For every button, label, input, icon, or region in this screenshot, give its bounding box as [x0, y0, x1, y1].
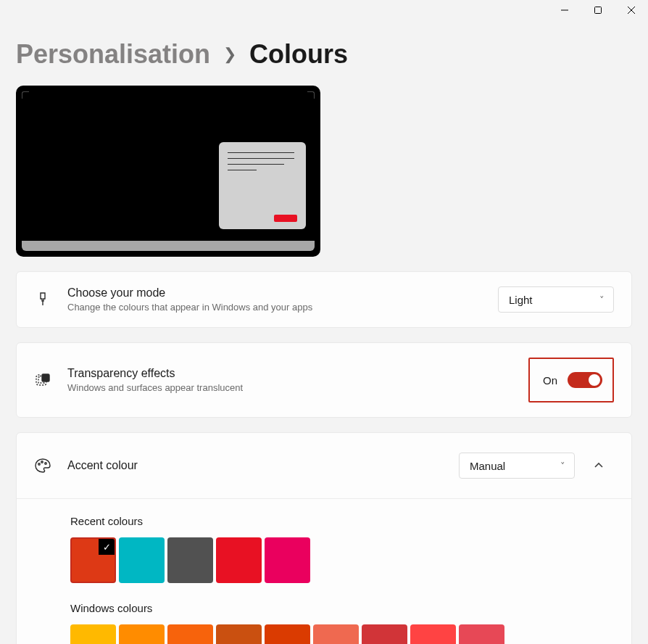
recent-colours-label: Recent colours [70, 515, 614, 527]
recent-colour-swatch[interactable] [216, 537, 262, 583]
windows-colour-swatch[interactable] [216, 624, 262, 644]
recent-colour-swatch[interactable] [167, 537, 213, 583]
windows-colour-swatch[interactable] [410, 624, 456, 644]
windows-colour-swatch[interactable] [265, 624, 310, 644]
breadcrumb-parent[interactable]: Personalisation [16, 39, 210, 70]
svg-rect-1 [595, 7, 602, 14]
mode-title: Choose your mode [67, 286, 498, 300]
close-icon [627, 6, 636, 15]
transparency-title: Transparency effects [67, 367, 528, 380]
transparency-subtitle: Windows and surfaces appear translucent [67, 382, 528, 393]
windows-colour-swatch[interactable] [70, 624, 116, 644]
desktop-preview [16, 86, 320, 257]
windows-colour-swatch[interactable] [313, 624, 359, 644]
chevron-down-icon: ˅ [560, 461, 565, 471]
transparency-icon [34, 371, 51, 389]
breadcrumb-current: Colours [249, 39, 348, 70]
recent-colours: ✓ [70, 537, 614, 583]
maximize-icon [594, 6, 602, 15]
breadcrumb: Personalisation ❯ Colours [16, 39, 632, 70]
checkmark-icon: ✓ [99, 539, 115, 555]
close-button[interactable] [615, 0, 648, 20]
mode-subtitle: Change the colours that appear in Window… [67, 302, 498, 313]
minimize-icon [560, 6, 569, 15]
chevron-right-icon: ❯ [223, 45, 236, 64]
minimize-button[interactable] [548, 0, 581, 20]
windows-colour-swatch[interactable] [459, 624, 504, 644]
page-content: Personalisation ❯ Colours Choose your mo… [0, 39, 648, 644]
window-titlebar [0, 0, 648, 23]
accent-collapse-button[interactable] [583, 450, 614, 481]
chevron-down-icon: ˅ [599, 294, 605, 305]
transparency-state-label: On [543, 374, 557, 387]
mode-dropdown[interactable]: Light ˅ [498, 286, 614, 313]
recent-colour-swatch[interactable] [265, 537, 310, 583]
svg-rect-5 [42, 374, 49, 381]
svg-point-6 [38, 463, 40, 465]
preview-taskbar [22, 241, 315, 251]
chevron-up-icon [594, 461, 604, 471]
brush-icon [34, 291, 51, 308]
transparency-toggle[interactable] [568, 372, 602, 388]
windows-colour-swatch[interactable] [119, 624, 165, 644]
svg-point-7 [41, 461, 43, 463]
mode-selected: Light [509, 294, 533, 306]
windows-colours [70, 624, 614, 644]
accent-card: Accent colour Manual ˅ Recent colours ✓ … [16, 432, 632, 644]
transparency-highlight: On [528, 358, 614, 402]
svg-point-8 [45, 463, 46, 464]
accent-title: Accent colour [67, 459, 459, 472]
recent-colour-swatch[interactable]: ✓ [70, 537, 116, 583]
preview-accent-button [274, 215, 297, 222]
recent-colour-swatch[interactable] [119, 537, 165, 583]
windows-colour-swatch[interactable] [362, 624, 407, 644]
palette-icon [34, 457, 51, 474]
transparency-card: Transparency effects Windows and surface… [16, 342, 632, 418]
maximize-button[interactable] [581, 0, 615, 20]
accent-mode-selected: Manual [470, 460, 505, 472]
windows-colour-swatch[interactable] [167, 624, 213, 644]
accent-panel: Recent colours ✓ Windows colours [17, 498, 631, 644]
accent-mode-dropdown[interactable]: Manual ˅ [459, 453, 575, 479]
windows-colours-label: Windows colours [70, 602, 614, 614]
preview-window [219, 142, 306, 229]
mode-card: Choose your mode Change the colours that… [16, 271, 632, 328]
